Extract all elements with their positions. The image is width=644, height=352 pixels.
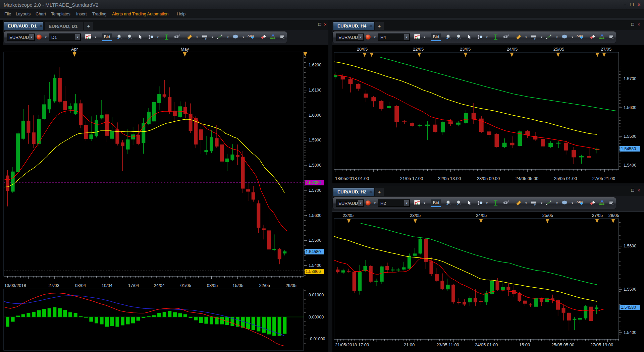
svg-text:23/05: 23/05 (460, 47, 471, 52)
svg-text:0.01000: 0.01000 (309, 293, 324, 297)
svg-text:21/05 17:00: 21/05 17:00 (400, 176, 423, 181)
svg-text:21:00: 21:00 (404, 342, 415, 347)
svg-text:May: May (181, 47, 189, 52)
svg-text:22/05: 22/05 (413, 47, 424, 52)
svg-text:1.54580: 1.54580 (621, 305, 636, 310)
svg-text:25/05: 25/05 (542, 213, 553, 218)
svg-text:27/05: 27/05 (592, 213, 603, 218)
svg-text:17/04: 17/04 (128, 283, 139, 288)
svg-text:1.5600: 1.5600 (309, 213, 321, 218)
svg-text:1.5500: 1.5500 (624, 287, 636, 292)
svg-text:22/05 13:00: 22/05 13:00 (438, 176, 461, 181)
svg-text:25/05: 25/05 (553, 47, 565, 52)
svg-text:23/05 09:00: 23/05 09:00 (477, 176, 500, 181)
svg-text:23/05: 23/05 (410, 213, 421, 218)
svg-text:1.5400: 1.5400 (309, 263, 321, 268)
svg-text:24/05 01:00: 24/05 01:00 (475, 342, 498, 347)
svg-text:25/05 01:00: 25/05 01:00 (554, 176, 577, 181)
svg-text:1.5400: 1.5400 (624, 330, 636, 335)
svg-text:27/05 21:00: 27/05 21:00 (592, 176, 615, 181)
svg-text:1.5600: 1.5600 (624, 244, 636, 248)
svg-text:23/05 11:00: 23/05 11:00 (436, 342, 459, 347)
svg-text:29/05: 29/05 (286, 283, 297, 288)
svg-text:1.5400: 1.5400 (624, 163, 636, 168)
svg-text:27/03: 27/03 (49, 283, 60, 288)
svg-text:1.54580: 1.54580 (621, 146, 636, 151)
svg-text:24/05: 24/05 (476, 213, 487, 218)
svg-text:1.5500: 1.5500 (624, 134, 636, 139)
svg-text:21/05/2018 17:00: 21/05/2018 17:00 (335, 342, 369, 347)
svg-text:28/05: 28/05 (608, 213, 620, 218)
svg-text:18/05/2018 01:00: 18/05/2018 01:00 (335, 176, 369, 181)
svg-text:10/04: 10/04 (102, 283, 113, 288)
svg-text:15/05: 15/05 (232, 283, 244, 288)
svg-text:Apr: Apr (71, 47, 78, 52)
svg-text:1.6000: 1.6000 (309, 113, 321, 118)
svg-text:1.5600: 1.5600 (624, 105, 636, 110)
svg-text:24/04: 24/04 (154, 283, 165, 288)
svg-text:1.5900: 1.5900 (309, 138, 321, 142)
svg-text:22/05: 22/05 (343, 213, 354, 218)
svg-text:24/05 05:00: 24/05 05:00 (516, 176, 539, 181)
svg-text:08/05: 08/05 (207, 283, 218, 288)
svg-text:13/03/2018: 13/03/2018 (4, 283, 26, 288)
svg-text:27/05 19:00: 27/05 19:00 (590, 342, 613, 347)
svg-text:1.6200: 1.6200 (309, 63, 321, 67)
svg-text:1.6100: 1.6100 (309, 88, 321, 93)
svg-text:-0.01000: -0.01000 (309, 337, 325, 341)
svg-text:1.5700: 1.5700 (309, 188, 321, 193)
svg-text:22/05: 22/05 (259, 283, 270, 288)
svg-text:1.5700: 1.5700 (624, 76, 636, 81)
svg-text:24/05: 24/05 (507, 47, 518, 52)
svg-text:25/05 05:00: 25/05 05:00 (551, 342, 575, 347)
svg-text:20/05: 20/05 (357, 47, 368, 52)
svg-text:0.00000: 0.00000 (309, 315, 324, 319)
svg-text:1.54580: 1.54580 (306, 249, 321, 254)
svg-text:1.5500: 1.5500 (309, 238, 321, 243)
svg-text:27/05: 27/05 (601, 47, 612, 52)
svg-text:15:00: 15:00 (519, 342, 530, 347)
svg-text:1.53866: 1.53866 (306, 269, 321, 274)
svg-text:1.5800: 1.5800 (309, 163, 321, 168)
svg-text:1.57326: 1.57326 (306, 180, 321, 185)
svg-text:01/05: 01/05 (180, 283, 192, 288)
svg-text:03/04: 03/04 (75, 283, 86, 288)
